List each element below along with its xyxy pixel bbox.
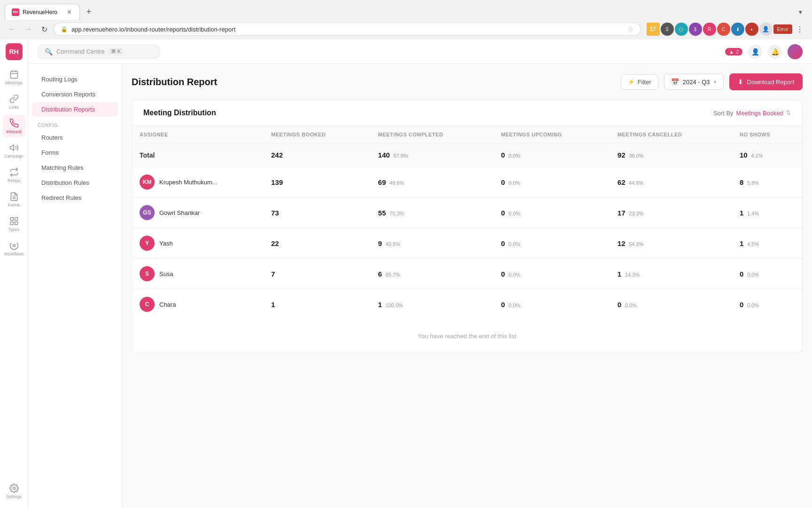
sort-by-label: Sort By xyxy=(713,110,734,117)
nav-forms[interactable]: Forms xyxy=(32,145,118,160)
noshows-4: 0 0.0% xyxy=(732,289,802,320)
user-icon[interactable]: 👤 xyxy=(748,45,762,59)
error-btn[interactable]: Error xyxy=(773,24,792,34)
sidebar-item-meetings[interactable]: Meetings xyxy=(3,66,25,88)
nav-routing-logs[interactable]: Routing Logs xyxy=(32,72,118,87)
distribution-table: ASSIGNEE MEETINGS BOOKED MEETINGS COMPLE… xyxy=(132,126,802,319)
alert-badge[interactable]: ▲ 2 xyxy=(725,48,742,56)
sidebar-label-campaign: Campaign xyxy=(4,154,23,159)
svg-point-11 xyxy=(13,244,15,246)
noshows-3: 0 0.0% xyxy=(732,259,802,289)
sidebar-label-types: Types xyxy=(8,227,19,232)
app-container: RH Meetings Links Inbound Campaign Relay… xyxy=(0,40,812,508)
nav-distribution-rules[interactable]: Distribution Rules xyxy=(32,175,118,190)
app-logo[interactable]: RH xyxy=(6,43,23,60)
noshows-0: 8 5.8% xyxy=(732,167,802,198)
booked-0: 139 xyxy=(264,167,371,198)
total-label: Total xyxy=(132,143,264,167)
total-noshows: 10 4.1% xyxy=(732,143,802,167)
nav-redirect-rules[interactable]: Redirect Rules xyxy=(32,190,118,205)
col-cancelled: MEETINGS CANCELLED xyxy=(610,126,732,143)
tab-close-icon[interactable]: ✕ xyxy=(65,8,73,16)
upcoming-0: 0 0.0% xyxy=(493,167,610,198)
table-row-total: Total 242 140 57.9% 0 xyxy=(132,143,802,167)
filter-button[interactable]: ⚡ Filter xyxy=(621,74,658,90)
download-button[interactable]: ⬇ Download Report xyxy=(729,73,803,90)
avatar[interactable] xyxy=(788,44,803,59)
main-area: Routing Logs Conversion Reports Distribu… xyxy=(28,64,812,508)
more-btn[interactable]: ⋮ xyxy=(793,23,806,36)
nav-back-button[interactable]: ← xyxy=(6,23,19,36)
calendar-icon: 📅 xyxy=(671,78,679,86)
download-icon: ⬇ xyxy=(738,78,743,86)
card-header: Meeting Distribution Sort By Meetings Bo… xyxy=(132,100,802,126)
booked-1: 73 xyxy=(264,198,371,228)
filter-icon: ⚡ xyxy=(628,79,635,85)
ext-btn-3[interactable]: ⬡ xyxy=(675,23,688,36)
sidebar-item-workflows[interactable]: Workflows xyxy=(3,237,25,260)
ext-btn-6[interactable]: C xyxy=(717,23,730,36)
sort-by-value: Meetings Booked xyxy=(736,110,783,117)
filter-label: Filter xyxy=(638,79,651,86)
star-icon[interactable]: ☆ xyxy=(628,25,634,33)
booked-3: 7 xyxy=(264,259,371,289)
booked-2: 22 xyxy=(264,228,371,259)
table-body: Total 242 140 57.9% 0 xyxy=(132,143,802,320)
assignee-cell-0: KM Krupesh Muthukum... xyxy=(132,167,264,198)
date-period: 2024 - Q3 xyxy=(683,79,710,86)
sidebar-item-settings[interactable]: Settings xyxy=(3,480,25,502)
distribution-card: Meeting Distribution Sort By Meetings Bo… xyxy=(132,100,803,353)
sort-by-control[interactable]: Sort By Meetings Booked ⇅ xyxy=(713,110,791,117)
table-row: KM Krupesh Muthukum... 139 69 49.6% 0 0.… xyxy=(132,167,802,198)
new-tab-button[interactable]: + xyxy=(82,5,96,19)
upcoming-4: 0 0.0% xyxy=(493,289,610,320)
profile-btn[interactable]: 👤 xyxy=(759,23,773,36)
noshows-1: 1 1.4% xyxy=(732,198,802,228)
reload-button[interactable]: ↻ xyxy=(38,23,51,36)
sidebar-item-campaign[interactable]: Campaign xyxy=(3,139,25,162)
col-upcoming: MEETINGS UPCOMING xyxy=(493,126,610,143)
completed-1: 55 75.3% xyxy=(371,198,494,228)
nav-routers[interactable]: Routers xyxy=(32,130,118,145)
active-tab[interactable]: RH RevenueHero ✕ xyxy=(5,4,80,20)
tab-expand-icon[interactable]: ▾ xyxy=(793,5,807,19)
ext-btn-8[interactable]: ▪ xyxy=(745,23,758,36)
alert-icon: ▲ xyxy=(729,49,734,55)
assignee-cell-3: S Susa xyxy=(132,259,264,289)
upcoming-3: 0 0.0% xyxy=(493,259,610,289)
completed-2: 9 40.9% xyxy=(371,228,494,259)
sidebar-item-relays[interactable]: Relays xyxy=(3,164,25,186)
search-icon: 🔍 xyxy=(45,48,53,56)
date-selector[interactable]: 📅 2024 - Q3 ▾ xyxy=(664,74,724,90)
noshows-2: 1 4.5% xyxy=(732,228,802,259)
ext-btn-4[interactable]: $ xyxy=(689,23,702,36)
sidebar-item-forms[interactable]: Forms xyxy=(3,188,25,211)
sidebar-item-types[interactable]: Types xyxy=(3,213,25,235)
nav-conversion-reports[interactable]: Conversion Reports xyxy=(32,87,118,102)
cancelled-0: 62 44.6% xyxy=(610,167,732,198)
card-title: Meeting Distribution xyxy=(143,109,216,117)
upcoming-2: 0 0.0% xyxy=(493,228,610,259)
svg-rect-8 xyxy=(15,217,17,220)
sidebar-label-meetings: Meetings xyxy=(5,80,23,85)
address-bar[interactable]: 🔒 app.revenuehero.io/inbound-router/repo… xyxy=(54,23,641,36)
ext-btn-5[interactable]: R xyxy=(703,23,716,36)
svg-rect-10 xyxy=(10,222,13,224)
ext-btn-1[interactable]: 17 xyxy=(647,23,660,36)
svg-rect-7 xyxy=(10,217,13,220)
col-noshows: NO SHOWS xyxy=(732,126,802,143)
config-section-label: CONFIG xyxy=(28,117,122,130)
ext-btn-2[interactable]: S xyxy=(661,23,674,36)
svg-rect-0 xyxy=(10,71,17,78)
notification-icon[interactable]: 🔔 xyxy=(768,45,782,59)
nav-matching-rules[interactable]: Matching Rules xyxy=(32,160,118,175)
sidebar-item-links[interactable]: Links xyxy=(3,90,25,113)
search-bar[interactable]: 🔍 Command Centre ⌘ K xyxy=(38,45,160,59)
ext-btn-7[interactable]: ⬇ xyxy=(731,23,744,36)
nav-forward-button[interactable]: → xyxy=(22,23,35,36)
page-header: Distribution Report ⚡ Filter 📅 2024 - Q3… xyxy=(132,73,803,90)
nav-sidebar: Routing Logs Conversion Reports Distribu… xyxy=(28,64,122,508)
sidebar-item-inbound[interactable]: Inbound xyxy=(3,115,25,137)
nav-distribution-reports[interactable]: Distribution Reports xyxy=(32,102,118,117)
topbar-right: ▲ 2 👤 🔔 xyxy=(725,44,803,59)
